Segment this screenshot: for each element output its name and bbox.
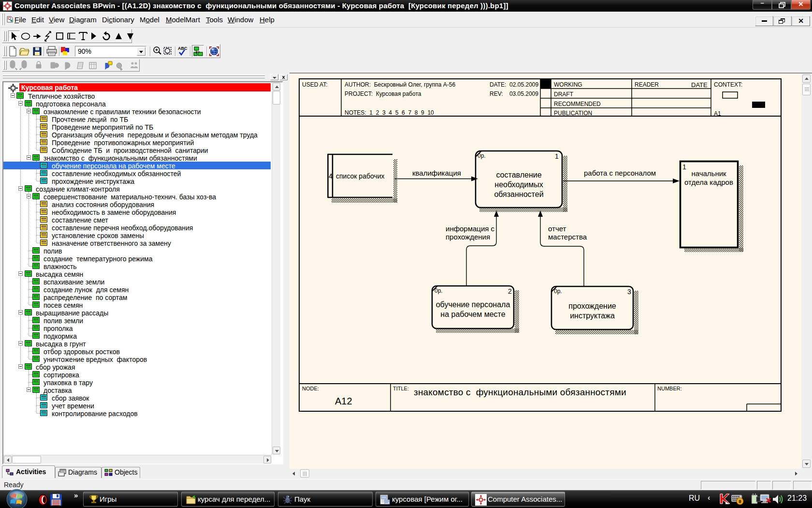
svg-text:ABC: ABC xyxy=(178,46,188,51)
